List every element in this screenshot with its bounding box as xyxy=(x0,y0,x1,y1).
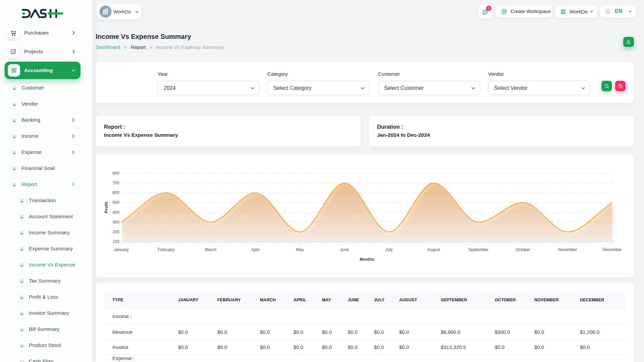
svg-text:800: 800 xyxy=(112,171,119,176)
svg-text:500: 500 xyxy=(112,200,119,205)
svg-text:August: August xyxy=(427,247,440,252)
svg-text:200: 200 xyxy=(112,230,119,234)
svg-text:January: January xyxy=(114,247,129,252)
svg-text:March: March xyxy=(205,247,216,252)
svg-text:700: 700 xyxy=(112,181,119,185)
svg-text:600: 600 xyxy=(112,190,119,195)
svg-text:July: July xyxy=(385,247,393,252)
svg-text:December: December xyxy=(603,247,622,252)
svg-text:February: February xyxy=(158,247,174,252)
svg-text:400: 400 xyxy=(112,210,119,215)
svg-text:June: June xyxy=(340,247,349,252)
svg-text:September: September xyxy=(468,247,488,252)
svg-text:Profit: Profit xyxy=(104,201,109,213)
svg-text:April: April xyxy=(251,247,260,252)
svg-text:November: November xyxy=(558,247,577,252)
svg-text:October: October xyxy=(516,247,530,252)
svg-text:May: May xyxy=(296,247,304,252)
svg-text:Months: Months xyxy=(360,257,374,262)
svg-text:100: 100 xyxy=(112,239,119,244)
svg-text:300: 300 xyxy=(112,220,119,225)
